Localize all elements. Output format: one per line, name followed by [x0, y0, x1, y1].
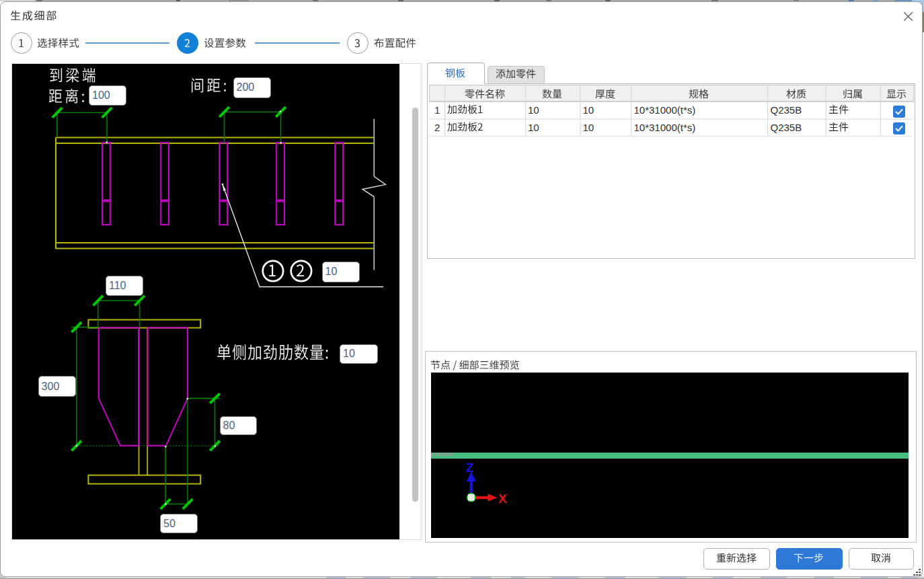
svg-text:X: X — [498, 492, 507, 506]
svg-text:Z: Z — [466, 461, 474, 475]
